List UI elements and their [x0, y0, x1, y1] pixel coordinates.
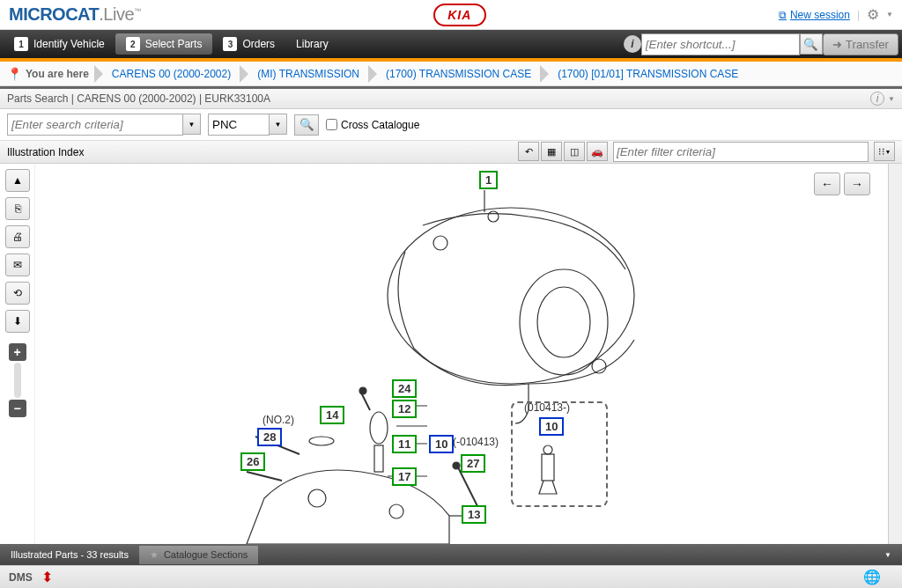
- main-content: ▲ ⎘ 🖨 ✉ ⟲ ⬇ + − ← →: [0, 164, 902, 544]
- dms-label: DMS: [9, 571, 33, 584]
- car-icon: 🚗: [591, 146, 603, 158]
- download-button[interactable]: ⬇: [5, 310, 30, 333]
- svg-point-12: [370, 412, 388, 444]
- callout-12[interactable]: 12: [392, 400, 417, 418]
- reset-button[interactable]: ↶: [518, 142, 539, 161]
- zoom-out-button[interactable]: −: [9, 400, 26, 417]
- new-session-link[interactable]: ⧉ New session: [779, 9, 850, 21]
- transfer-button[interactable]: ➜Transfer: [823, 33, 898, 55]
- marker-icon: 📍: [7, 67, 22, 81]
- cross-catalogue-checkbox[interactable]: Cross Catalogue: [326, 119, 419, 131]
- chevron-icon: [368, 65, 377, 83]
- search-dropdown[interactable]: ▼: [183, 114, 201, 135]
- vertical-scrollbar[interactable]: [888, 164, 902, 544]
- svg-point-8: [389, 504, 403, 518]
- bottom-tabs: Illustrated Parts - 33 results ★ Catalog…: [0, 544, 902, 565]
- callout-10a[interactable]: 10: [429, 435, 454, 453]
- svg-point-4: [488, 211, 499, 222]
- triangle-up-icon: ▲: [12, 174, 23, 187]
- diagram-area[interactable]: ← →: [35, 164, 888, 544]
- print-button[interactable]: 🖨: [5, 225, 30, 248]
- download-icon: ⬇: [13, 315, 22, 327]
- columns-icon: ◫: [570, 146, 579, 158]
- email-button[interactable]: ✉: [5, 254, 30, 276]
- dms-connector-icon[interactable]: ⬍: [41, 569, 53, 585]
- zoom-slider[interactable]: [14, 363, 21, 398]
- callout-24[interactable]: 24: [392, 379, 417, 398]
- callout-27[interactable]: 27: [461, 454, 485, 473]
- transmission-diagram: [35, 164, 881, 544]
- search-input[interactable]: [7, 114, 183, 136]
- chevron-down-icon[interactable]: ▼: [886, 11, 893, 18]
- breadcrumb: 📍 You are here CARENS 00 (2000-2002) (MI…: [0, 62, 902, 86]
- callout-1[interactable]: 1: [479, 171, 498, 189]
- breadcrumb-group[interactable]: (MI) TRANSMISSION: [250, 68, 366, 80]
- chevron-icon: [240, 65, 248, 83]
- svg-line-9: [247, 472, 282, 481]
- search-button[interactable]: 🔍: [294, 114, 319, 136]
- pnc-dropdown[interactable]: ▼: [270, 114, 287, 135]
- callout-13[interactable]: 13: [462, 505, 486, 524]
- parts-search-title-bar: Parts Search | CARENS 00 (2000-2002) | E…: [0, 86, 902, 109]
- note-date2: (010413-): [524, 401, 570, 414]
- filter-options-button[interactable]: ⁝⁝▼: [874, 142, 895, 161]
- breadcrumb-vehicle[interactable]: CARENS 00 (2000-2002): [105, 68, 238, 80]
- copy-button[interactable]: ⎘: [5, 197, 30, 220]
- app-header: MICROCAT.Live™ KIA ⧉ New session | ⚙ ▼: [0, 0, 902, 30]
- status-bar: DMS ⬍ 🌐: [0, 565, 902, 588]
- grid-view-button[interactable]: ▦: [541, 142, 562, 161]
- callout-26[interactable]: 26: [240, 452, 265, 471]
- undo-icon: ↶: [525, 146, 533, 158]
- callout-17[interactable]: 17: [392, 467, 417, 486]
- svg-line-14: [361, 393, 370, 410]
- print-icon: 🖨: [12, 231, 23, 243]
- up-button[interactable]: ▲: [5, 169, 30, 192]
- gear-icon[interactable]: ⚙: [867, 6, 879, 23]
- split-view-button[interactable]: ◫: [564, 142, 585, 161]
- vehicle-button[interactable]: 🚗: [587, 142, 608, 161]
- svg-point-3: [433, 236, 447, 250]
- info-icon[interactable]: i: [624, 35, 641, 53]
- note-date1: (-010413): [453, 436, 499, 448]
- step-orders[interactable]: 3Orders: [212, 33, 285, 55]
- left-toolbar: ▲ ⎘ 🖨 ✉ ⟲ ⬇ + −: [0, 164, 35, 544]
- new-session-icon: ⧉: [779, 9, 787, 21]
- copy-icon: ⎘: [15, 202, 21, 215]
- zoom-control: + −: [9, 343, 26, 417]
- grid-icon: ▦: [547, 146, 556, 158]
- tab-illustrated-parts[interactable]: Illustrated Parts - 33 results: [0, 546, 139, 563]
- step-identify-vehicle[interactable]: 1Identify Vehicle: [4, 33, 115, 55]
- nav-library[interactable]: Library: [285, 34, 339, 54]
- svg-point-2: [537, 287, 590, 357]
- filter-icon: ⁝⁝: [878, 146, 885, 158]
- shortcut-search-button[interactable]: 🔍: [800, 33, 823, 55]
- callout-11[interactable]: 11: [392, 435, 417, 453]
- chevron-down-icon: ▼: [275, 121, 282, 129]
- step-select-parts[interactable]: 2Select Parts: [115, 33, 213, 55]
- pnc-select[interactable]: [208, 114, 270, 136]
- tabs-chevron[interactable]: ▼: [874, 548, 902, 562]
- illustration-index-bar: Illustration Index ↶ ▦ ◫ 🚗 ⁝⁝▼: [0, 141, 902, 164]
- mail-icon: ✉: [13, 259, 22, 271]
- info-dropdown[interactable]: i ▼: [870, 92, 895, 106]
- zoom-in-button[interactable]: +: [9, 343, 26, 361]
- callout-10b[interactable]: 10: [539, 417, 564, 436]
- breadcrumb-current[interactable]: (1700) [01/01] TRANSMISSION CASE: [551, 68, 745, 80]
- brand-logo: KIA: [433, 4, 486, 26]
- illustration-title: Illustration Index: [7, 146, 84, 158]
- svg-point-15: [359, 387, 366, 394]
- svg-point-17: [453, 462, 460, 469]
- breadcrumb-label: You are here: [26, 68, 92, 80]
- svg-point-1: [520, 269, 608, 375]
- arrow-right-icon: ➜: [832, 38, 842, 51]
- rotate-button[interactable]: ⟲: [5, 282, 30, 305]
- filter-input[interactable]: [613, 142, 869, 162]
- callout-14[interactable]: 14: [320, 406, 344, 424]
- callout-28[interactable]: 28: [257, 428, 282, 446]
- tab-catalogue-sections[interactable]: ★ Catalogue Sections: [139, 546, 258, 564]
- globe-icon[interactable]: 🌐: [863, 569, 881, 585]
- shortcut-input[interactable]: [641, 33, 800, 55]
- svg-rect-13: [374, 445, 383, 472]
- note-no2: (NO.2): [262, 414, 294, 426]
- breadcrumb-subgroup[interactable]: (1700) TRANSMISSION CASE: [379, 68, 538, 80]
